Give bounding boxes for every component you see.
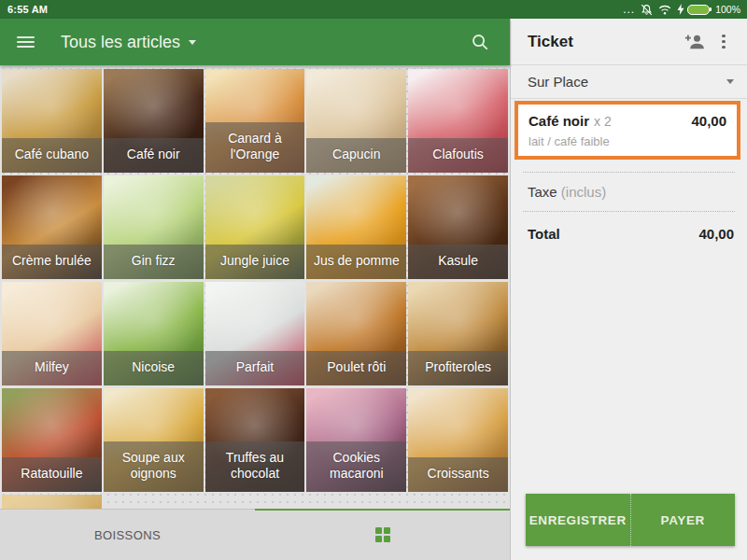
category-selector[interactable]: Tous les articles: [61, 33, 196, 52]
product-tile-label: Jungle juice: [205, 245, 305, 279]
order-type-label: Sur Place: [528, 74, 726, 90]
product-tile-label: Café noir: [104, 138, 204, 173]
item-name: Café noir: [529, 113, 589, 129]
catalog-pane: Tous les articles Café cubano Café noir …: [0, 19, 510, 560]
battery-icon: [687, 5, 710, 15]
person-add-icon: [684, 34, 706, 50]
total-row: Total 40,00: [511, 212, 747, 256]
active-tab-indicator: [255, 509, 510, 511]
save-button[interactable]: ENREGISTRER: [526, 494, 630, 546]
product-tile-label: Jus de pomme: [306, 245, 406, 279]
product-tile[interactable]: Kasule: [408, 175, 508, 279]
charging-icon: [677, 4, 684, 15]
ticket-line-item[interactable]: Café noir x 2 40,00 lait / café faible: [514, 101, 740, 160]
product-tile[interactable]: Milfey: [2, 282, 102, 385]
product-tile-label: Café cubano: [2, 138, 102, 173]
app-bar: Tous les articles: [0, 19, 510, 65]
product-tile-label: Kasule: [408, 245, 508, 279]
category-selector-label: Tous les articles: [61, 33, 180, 52]
tax-label: Taxe: [528, 184, 557, 200]
search-button[interactable]: [463, 25, 497, 59]
ticket-header: Ticket: [511, 19, 747, 65]
product-tile-partial[interactable]: [2, 495, 102, 509]
total-label: Total: [528, 226, 698, 242]
product-tile-label: Cookies macaroni: [306, 441, 406, 492]
chevron-down-icon: [726, 79, 734, 84]
product-tile-label: Croissants: [408, 457, 508, 492]
tax-included-note: (inclus): [561, 184, 606, 200]
product-tile-label: Canard à l'Orange: [205, 122, 305, 173]
ticket-panel: Ticket Sur Place Café noir x 2 40,0: [511, 19, 747, 560]
chevron-down-icon: [189, 40, 196, 45]
tab-boissons[interactable]: BOISSONS: [0, 510, 255, 560]
product-tile[interactable]: Nicoise: [104, 282, 204, 385]
item-price: 40,00: [691, 113, 726, 129]
status-bar: 6:55 AM ... 100%: [0, 0, 747, 19]
product-tile-label: Profiteroles: [408, 351, 508, 385]
tab-boissons-label: BOISSONS: [94, 528, 161, 542]
product-tile-label: Poulet rôti: [306, 351, 406, 385]
menu-icon[interactable]: [17, 34, 35, 50]
product-tile[interactable]: Clafoutis: [408, 69, 508, 173]
pay-button[interactable]: PAYER: [630, 494, 736, 546]
product-tile-label: Clafoutis: [408, 138, 508, 173]
product-tile[interactable]: Canard à l'Orange: [205, 69, 305, 173]
more-icon: ...: [623, 6, 635, 13]
product-tile-label: Gin fizz: [104, 245, 204, 279]
item-quantity: x 2: [594, 114, 691, 129]
clock: 6:55 AM: [7, 4, 48, 15]
ticket-menu-button[interactable]: [712, 25, 736, 59]
ticket-title: Ticket: [528, 33, 678, 51]
product-tile-label: Ratatouille: [2, 457, 102, 492]
grid-view-icon: [375, 527, 390, 542]
product-tile[interactable]: Jus de pomme: [306, 175, 406, 279]
product-tile-label: Capucin: [306, 138, 406, 173]
product-tile[interactable]: Cookies macaroni: [306, 388, 406, 492]
tab-all-items-grid[interactable]: [255, 510, 510, 560]
product-tile-label: Crème brulée: [2, 245, 102, 279]
notifications-off-icon: [641, 4, 653, 16]
kebab-menu-icon: [722, 35, 726, 49]
product-grid: Café cubano Café noir Canard à l'Orange …: [0, 65, 510, 509]
product-tile[interactable]: Café noir: [104, 69, 204, 173]
product-tile[interactable]: Parfait: [205, 282, 305, 385]
total-value: 40,00: [698, 226, 734, 242]
wifi-icon: [658, 5, 671, 15]
product-tile-label: Parfait: [205, 351, 305, 385]
product-tile[interactable]: Gin fizz: [104, 175, 204, 279]
product-tile[interactable]: Profiteroles: [408, 282, 508, 385]
product-tile[interactable]: Café cubano: [2, 69, 102, 173]
product-tile-label: Soupe aux oignons: [104, 441, 204, 492]
tax-row: Taxe (inclus): [511, 173, 747, 211]
product-tile[interactable]: Jungle juice: [205, 175, 305, 279]
product-tile-label: Truffes au chocolat: [205, 441, 305, 492]
product-tile[interactable]: Capucin: [306, 69, 406, 173]
add-customer-button[interactable]: [678, 25, 712, 59]
ticket-actions: ENREGISTRER PAYER: [526, 494, 735, 546]
category-tab-bar: BOISSONS: [0, 509, 510, 560]
search-icon: [471, 33, 489, 51]
product-tile[interactable]: Croissants: [408, 388, 508, 492]
product-grid-area: Café cubano Café noir Canard à l'Orange …: [0, 65, 510, 509]
product-tile[interactable]: Crème brulée: [2, 175, 102, 279]
product-tile[interactable]: Ratatouille: [2, 388, 102, 492]
product-tile-label: Milfey: [2, 351, 102, 385]
order-type-dropdown[interactable]: Sur Place: [511, 65, 747, 99]
product-tile[interactable]: Poulet rôti: [306, 282, 406, 385]
item-modifiers: lait / café faible: [529, 134, 726, 148]
battery-percent: 100%: [715, 4, 740, 15]
product-tile[interactable]: Truffes au chocolat: [205, 388, 305, 492]
product-tile-label: Nicoise: [104, 351, 204, 385]
product-tile[interactable]: Soupe aux oignons: [104, 388, 204, 492]
